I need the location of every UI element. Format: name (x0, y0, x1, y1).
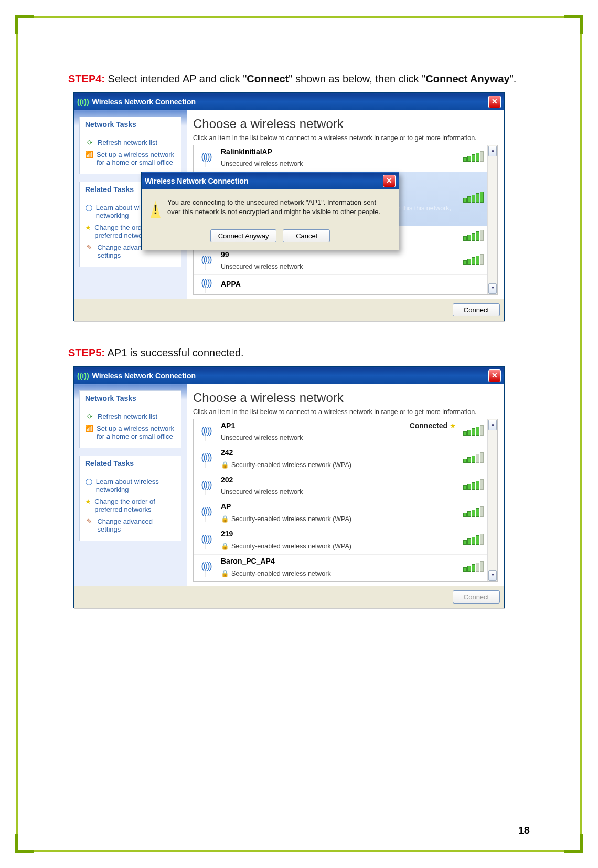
scrollbar-1[interactable]: ▴ ▾ (487, 145, 497, 294)
gear-icon: ✎ (85, 244, 94, 251)
setup-icon: 📶 (85, 425, 93, 432)
step5-text: STEP5: AP1 is successful connected. (68, 342, 546, 363)
hint-2: Click an item in the list below to conne… (193, 408, 498, 416)
popup-message: You are connecting to the unsecured netw… (167, 198, 390, 220)
popup-close-button[interactable]: ✕ (383, 175, 396, 187)
favorite-icon: ★ (450, 421, 456, 430)
refresh-icon: ⟳ (85, 412, 94, 420)
list-item[interactable]: │ AP1Connected★ Unsecured wireless netwo… (194, 419, 487, 446)
scroll-up-icon[interactable]: ▴ (488, 420, 497, 430)
list-item[interactable]: │ RalinkInitialAP Unsecured wireless net… (194, 145, 487, 172)
connect-button-1[interactable]: Connect (453, 303, 500, 316)
refresh-link[interactable]: ⟳Refresh network list (84, 136, 177, 149)
list-item[interactable]: │ AP 🔒Security-enabled wireless network … (194, 500, 487, 527)
list-item[interactable]: │ 99 Unsecured wireless network (194, 248, 487, 275)
wireless-app-icon: ((ı)) (77, 372, 89, 380)
order-link-2[interactable]: ★Change the order of preferred networks (84, 495, 177, 515)
scroll-down-icon[interactable]: ▾ (488, 570, 497, 581)
page-number: 18 (518, 824, 530, 837)
network-list-2: ▴ ▾ │ AP1Connected★ Unsecured wireless n… (193, 419, 498, 582)
info-icon: ⓘ (85, 478, 93, 487)
list-item[interactable]: │ 219 🔒Security-enabled wireless network… (194, 527, 487, 555)
signal-icon (462, 425, 484, 438)
connect-anyway-button[interactable]: Connect Anyway (210, 229, 277, 242)
signal-icon (462, 254, 484, 267)
gear-icon: ✎ (85, 517, 94, 525)
warning-icon: ! (150, 200, 161, 220)
list-item[interactable]: │ Baron_PC_AP4 🔒Security-enabled wireles… (194, 555, 487, 581)
star-icon: ★ (85, 497, 91, 505)
refresh-link-2[interactable]: ⟳Refresh network list (84, 410, 177, 422)
choose-heading-2: Choose a wireless network (193, 390, 498, 405)
connect-button-2: Connect (453, 590, 500, 604)
wireless-app-icon: ((ı)) (77, 98, 89, 106)
sidebar-2: Network Tasks ⟳Refresh network list 📶Set… (74, 384, 187, 586)
related-tasks-header-2: Related Tasks (80, 456, 181, 472)
star-icon: ★ (85, 224, 91, 231)
signal-icon (462, 192, 484, 204)
confirm-popup: Wireless Network Connection ✕ ! You are … (141, 172, 399, 250)
signal-icon (462, 151, 484, 164)
advanced-link-2[interactable]: ✎Change advanced settings (84, 515, 177, 535)
signal-icon (462, 230, 484, 242)
cancel-button[interactable]: Cancel (283, 229, 330, 242)
main-2: Choose a wireless network Click an item … (187, 384, 504, 586)
scrollbar-2[interactable]: ▴ ▾ (487, 419, 497, 581)
info-icon: ⓘ (85, 204, 93, 213)
setup-link[interactable]: 📶Set up a wireless network for a home or… (84, 149, 177, 168)
list-item[interactable]: │ 202 Unsecured wireless network (194, 473, 487, 500)
titlebar-2: ((ı)) Wireless Network Connection ✕ (74, 367, 504, 384)
close-button-1[interactable]: ✕ (488, 96, 501, 108)
signal-icon (462, 479, 484, 492)
signal-icon (462, 506, 484, 519)
signal-icon (462, 561, 484, 574)
step4-text: STEP4: Select intended AP and click "Con… (68, 68, 546, 89)
scroll-down-icon[interactable]: ▾ (488, 283, 497, 294)
scroll-up-icon[interactable]: ▴ (488, 146, 497, 156)
window-title-2: Wireless Network Connection (92, 372, 196, 380)
popup-title: Wireless Network Connection (145, 177, 248, 185)
hint-1: Click an item in the list below to conne… (193, 134, 498, 142)
lock-icon: 🔒 (221, 515, 229, 523)
list-item[interactable]: │ 242 🔒Security-enabled wireless network… (194, 446, 487, 473)
choose-heading-1: Choose a wireless network (193, 117, 498, 131)
titlebar-1: ((ı)) Wireless Network Connection ✕ (74, 93, 504, 110)
lock-icon: 🔒 (221, 461, 229, 469)
wireless-window-2: ((ı)) Wireless Network Connection ✕ Netw… (73, 366, 505, 608)
step5-label: STEP5: (68, 347, 105, 358)
signal-icon (462, 452, 484, 465)
signal-icon (462, 534, 484, 546)
wireless-window-1: ((ı)) Wireless Network Connection ✕ Netw… (73, 92, 505, 321)
step4-label: STEP4: (68, 73, 105, 84)
list-item[interactable]: │ APPA (194, 275, 487, 294)
close-button-2[interactable]: ✕ (488, 369, 501, 382)
setup-icon: 📶 (85, 151, 93, 158)
learn-link-2[interactable]: ⓘLearn about wireless networking (84, 475, 177, 495)
network-tasks-header: Network Tasks (80, 117, 181, 133)
setup-link-2[interactable]: 📶Set up a wireless network for a home or… (84, 422, 177, 442)
network-tasks-header-2: Network Tasks (80, 391, 181, 407)
lock-icon: 🔒 (221, 570, 229, 577)
popup-titlebar: Wireless Network Connection ✕ (142, 172, 399, 189)
refresh-icon: ⟳ (85, 139, 94, 146)
lock-icon: 🔒 (221, 543, 229, 550)
window-title-1: Wireless Network Connection (92, 98, 196, 106)
